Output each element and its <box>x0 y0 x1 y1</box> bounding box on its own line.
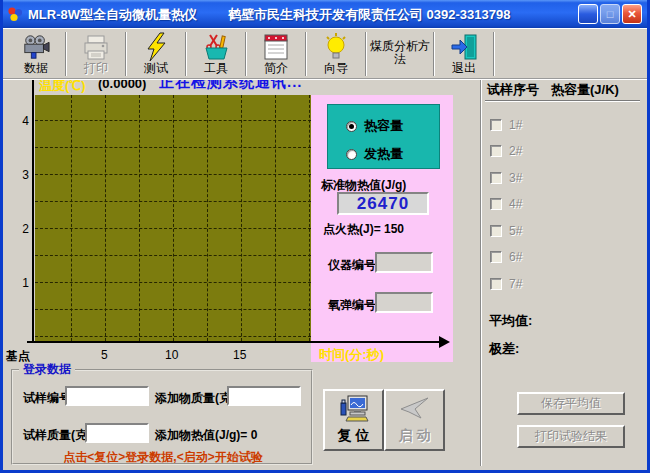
reset-button[interactable]: 复 位 <box>323 389 384 451</box>
ignition-heat-label: 点火热(J)= 150 <box>323 221 404 238</box>
toolbar-label: 向导 <box>324 62 348 75</box>
toolbar-button-test[interactable]: 测试 <box>128 31 184 77</box>
title-bar: MLR-8W型全自动微机量热仪 鹤壁市民生科技开发有限责任公司 0392-331… <box>0 0 650 28</box>
toolbar-button-exit[interactable]: 退出 <box>436 31 492 77</box>
chart-plot-area <box>35 95 311 341</box>
measure-mode-group: 热容量 发热量 <box>327 104 440 169</box>
average-label: 平均值: <box>489 312 532 330</box>
bomb-no-input[interactable] <box>375 292 433 313</box>
bomb-no-label: 氧弹编号 <box>328 297 376 314</box>
toolbar-label: 工具 <box>204 62 228 75</box>
toolbar-label: 数据 <box>24 62 48 75</box>
toolbar-separator <box>365 32 367 76</box>
toolbar: 数据 打印 测试 <box>3 28 647 79</box>
sample-row: 4# <box>490 197 522 211</box>
gridline <box>241 95 242 341</box>
panel-divider <box>480 30 481 466</box>
maximize-button: □ <box>600 4 620 24</box>
toolbar-label: 简介 <box>264 62 288 75</box>
toolbar-button-coal-analysis[interactable]: 煤质分析方法 <box>368 31 432 77</box>
gridline <box>275 95 276 341</box>
operation-hint-text: 点击<复位>登录数据,<启动>开始试验 <box>27 449 299 466</box>
camera-icon <box>22 34 50 60</box>
notebook-icon <box>263 33 289 61</box>
lightbulb-icon <box>323 33 349 61</box>
heat-capacity-label: 热容量 <box>364 117 403 135</box>
toolbar-label: 打印 <box>84 62 108 75</box>
toolbar-separator <box>65 32 67 76</box>
x-axis-arrow-icon <box>439 336 450 348</box>
close-glyph: ✕ <box>627 8 636 21</box>
sample-row: 5# <box>490 224 522 238</box>
lightning-icon <box>144 32 168 62</box>
sample-label: 5# <box>509 224 522 238</box>
gridline <box>71 95 72 341</box>
toolbar-separator <box>245 32 247 76</box>
start-button: 启 动 <box>384 389 445 451</box>
toolbar-separator <box>185 32 187 76</box>
window-title: MLR-8W型全自动微机量热仪 <box>28 6 197 24</box>
time-axis-label: 时间(分:秒) <box>319 346 384 364</box>
sample-label: 1# <box>509 118 522 132</box>
standard-heat-value-field[interactable]: 26470 <box>337 192 429 215</box>
exit-door-icon <box>450 33 478 61</box>
minimize-glyph: _ <box>585 12 591 24</box>
sample-2-checkbox <box>490 145 502 157</box>
sample-no-input[interactable] <box>65 386 149 406</box>
sample-5-checkbox <box>490 225 502 237</box>
app-window: MLR-8W型全自动微机量热仪 鹤壁市民生科技开发有限责任公司 0392-331… <box>0 0 650 473</box>
toolbar-button-wizard[interactable]: 向导 <box>308 31 364 77</box>
additive-mass-input[interactable] <box>227 386 301 406</box>
start-button-label: 启 动 <box>399 427 431 445</box>
sample-row: 2# <box>490 144 522 158</box>
calorific-value-radio[interactable] <box>346 149 357 160</box>
calorific-value-label: 发热量 <box>364 145 403 163</box>
additive-mass-label: 添加物质量(克) <box>155 390 235 407</box>
sample-1-checkbox <box>490 119 502 131</box>
y-axis-line <box>32 76 34 343</box>
instrument-no-input[interactable] <box>375 252 433 273</box>
printer-icon <box>82 34 110 60</box>
computer-icon <box>338 394 370 424</box>
sample-4-checkbox <box>490 198 502 210</box>
maximize-glyph: □ <box>607 8 614 20</box>
app-icon <box>7 6 23 22</box>
sample-index-column-header: 试样序号 <box>487 81 539 99</box>
sample-row: 3# <box>490 171 522 185</box>
sample-label: 6# <box>509 250 522 264</box>
y-tick: 3 <box>15 168 29 182</box>
toolbar-label: 煤质分析方法 <box>368 40 432 66</box>
sample-label: 4# <box>509 197 522 211</box>
cursor-arrow-icon <box>399 396 431 422</box>
sample-row: 6# <box>490 250 522 264</box>
sample-mass-input[interactable] <box>85 423 149 443</box>
temperature-axis-label: 温度(℃) <box>39 77 86 95</box>
heat-capacity-radio[interactable] <box>346 121 357 132</box>
toolbar-button-data[interactable]: 数据 <box>8 31 64 77</box>
toolbar-button-tools[interactable]: 工具 <box>188 31 244 77</box>
sample-mass-label: 试样质量(克) <box>23 427 91 444</box>
sample-label: 2# <box>509 144 522 158</box>
toolbar-separator <box>125 32 127 76</box>
sample-row: 7# <box>490 277 522 291</box>
toolbar-label: 测试 <box>144 62 168 75</box>
company-phone-text: 鹤壁市民生科技开发有限责任公司 0392-3313798 <box>228 6 510 24</box>
toolbar-separator <box>433 32 435 76</box>
minimize-button[interactable]: _ <box>578 4 598 24</box>
sample-label: 3# <box>509 171 522 185</box>
reset-button-label: 复 位 <box>338 427 370 445</box>
sample-row: 1# <box>490 118 522 132</box>
additive-heat-label: 添加物热值(J/g)= 0 <box>155 427 257 444</box>
x-tick: 15 <box>233 348 246 362</box>
sample-6-checkbox <box>490 251 502 263</box>
toolbar-separator <box>305 32 307 76</box>
tools-icon <box>202 33 230 61</box>
gridline <box>105 95 106 341</box>
save-average-button: 保存平均值 <box>517 392 625 415</box>
heat-capacity-column-header: 热容量(J/K) <box>551 81 619 99</box>
toolbar-button-intro[interactable]: 简介 <box>248 31 304 77</box>
header-separator <box>485 100 640 101</box>
close-button[interactable]: ✕ <box>622 4 642 24</box>
x-origin-label: 基点 <box>6 348 30 365</box>
sample-3-checkbox <box>490 172 502 184</box>
